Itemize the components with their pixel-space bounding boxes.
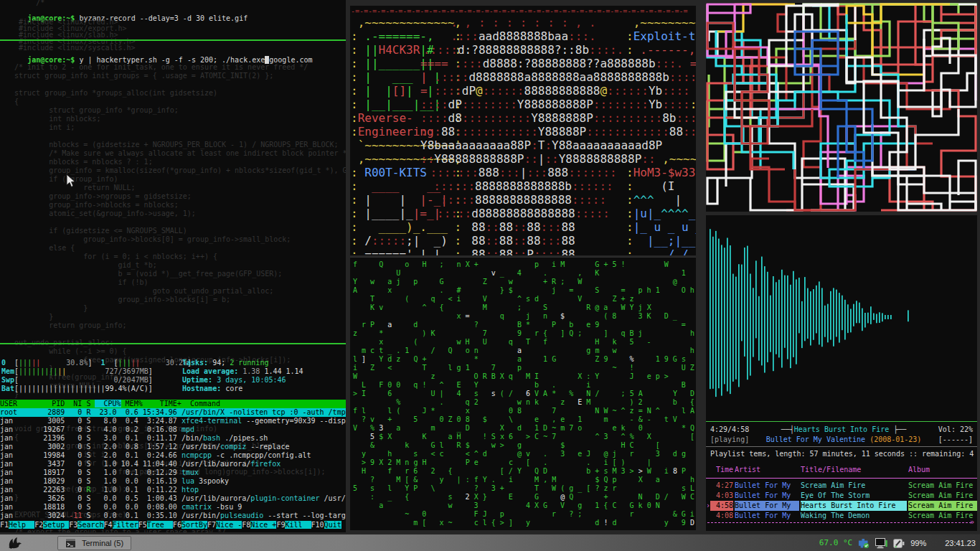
background-code-includes: #include <linux/cred.h> #include <linux/… [1, 19, 136, 51]
playlist-row[interactable]: 4:58Bullet For MyHearts Burst Into FireS… [706, 501, 977, 511]
taskbar[interactable]: Terminal (5) 67.0 °C 99% 23:41.23 [0, 534, 980, 551]
now-playing-title: Hearts Burst Into Fire [781, 425, 907, 433]
audio-visualizer [706, 215, 977, 420]
music-player-window[interactable]: 4:29/4:58 Hearts Burst Into Fire Vol: 22… [706, 215, 977, 531]
system-tray: 67.0 °C 99% 23:41.23 [819, 534, 980, 551]
cmatrix-window[interactable]: f Q o H ; n X + p i M G + 5 ! W U v _ 4 … [350, 257, 696, 530]
album-date: (2008-01-23) [870, 435, 921, 443]
battery-icon[interactable] [893, 538, 905, 549]
process-row[interactable]: jan 18029 0 S 1.0 0.0 0:16.19 lua 3spook… [0, 477, 346, 486]
process-row[interactable]: jan 3437 0 S 1.0 10.4 11:04.40 /usr/lib/… [0, 460, 346, 468]
process-row[interactable]: jan 3005 0 S 8.0 0.4 3:24.87 xfce4-termi… [0, 417, 346, 425]
player-divider [706, 446, 977, 447]
visualizer-divider [706, 421, 977, 422]
terminal-icon [65, 538, 76, 548]
desktop: /* jan@core:~$ byzanz-record --delay=3 -… [0, 0, 980, 551]
mouse-cursor [66, 174, 76, 188]
playlist-current-marker: › [706, 501, 710, 511]
htop-function-bar[interactable]: F1Help F2Setup F3SearchF4FilterF5Tree F6… [0, 521, 346, 529]
taskbar-window-button[interactable]: Terminal (5) [57, 536, 131, 550]
playlist-row[interactable]: 4:27Bullet For MyScream Aim FireScream A… [706, 481, 977, 491]
htop-table-header[interactable]: USER PID NI S CPU% MEM% TIME+ Command [0, 400, 346, 408]
process-row[interactable]: jan 18917 0 S 1.0 0.1 0:12.29 tmux [0, 468, 346, 477]
htop-meters: 0 [||||| 30.8%] 1 [||||| 30.2%]Mem[|||||… [1, 359, 192, 393]
track-elapsed-time: 4:29/4:58 [710, 425, 749, 435]
tmux-pane-divider [0, 39, 346, 41]
playlist-row[interactable]: 4:03Bullet For MyEye Of The StormScream … [706, 491, 977, 501]
claw-icon[interactable] [7, 537, 23, 550]
art-border: -=-=-=-=-=-=-=-=-=-=-=-=-=-=-=-=-=-=-=-=… [351, 7, 696, 16]
player-state: [playing] [710, 435, 749, 445]
terminal-window-left[interactable]: /* jan@core:~$ byzanz-record --delay=3 -… [0, 0, 346, 532]
playlist-overflow-marker: » [970, 517, 974, 527]
playlist[interactable]: 4:27Bullet For MyScream Aim FireScream A… [706, 481, 977, 521]
htop-process-table[interactable]: root 2889 0 R 23.0 0.6 15:34.96 /usr/bin… [0, 408, 346, 520]
playlist-header[interactable]: Time Artist Title/Filename Album [706, 465, 977, 475]
process-row[interactable]: jan 18818 0 S 0.0 0.0 0:08.00 cmatrix -b… [0, 503, 346, 512]
pipes-window[interactable] [706, 3, 977, 212]
process-row[interactable]: jan 3002 0 S 2.0 0.8 1:57.12 /usr/bin/co… [0, 443, 346, 451]
process-row[interactable]: jan 22263 0 R 1.0 0.1 0:11.22 htop [0, 486, 346, 494]
taskbar-window-label: Terminal (5) [82, 534, 123, 551]
process-row[interactable]: jan 19984 0 S 2.0 0.1 0:24.66 ncmpcpp -c… [0, 451, 346, 460]
matrix-rain: f Q o H ; n X + p i M G + 5 ! W U v _ 4 … [350, 258, 696, 527]
now-playing-line-2: [playing] Bullet For My Valentine (2008-… [706, 435, 977, 445]
volume-label[interactable]: Vol: 22% [938, 425, 973, 435]
updates-icon[interactable] [858, 538, 870, 549]
tmux-pane-divider-2 [0, 343, 346, 344]
htop-info: Tasks: 94; 2 runningLoad average: 1.38 1… [182, 359, 303, 393]
process-row[interactable]: jan 19267 0 S 4.0 0.2 0:16.08 mpd [0, 425, 346, 434]
playlist-status: Playlist tems, length: 57 minutes, 11 se… [706, 449, 977, 459]
process-row[interactable]: jan 3626 0 S 0.0 0.5 1:00.43 /usr/lib/au… [0, 494, 346, 503]
clock[interactable]: 23:41.23 [945, 534, 976, 551]
now-playing-line: 4:29/4:58 Hearts Burst Into Fire Vol: 22… [706, 425, 977, 435]
process-row[interactable]: root 2889 0 R 23.0 0.6 15:34.96 /usr/bin… [0, 408, 346, 417]
battery-percent: 99% [910, 534, 926, 551]
pipes-screensaver [706, 3, 977, 212]
temperature-readout[interactable]: 67.0 °C [819, 534, 852, 551]
now-playing-artist: Bullet For My Valentine [766, 435, 870, 443]
volume-bar[interactable]: [------] [938, 435, 973, 445]
playlist-row[interactable]: 4:08Bullet For MyWaking The DemonScream … [706, 511, 977, 521]
ascii-art-window[interactable]: -=-=-=-=-=-=-=-=-=-=-=-=-=-=-=-=-=-=-=-=… [350, 6, 696, 255]
playlist-header-divider [706, 478, 977, 479]
playlist-bottom-divider: » [707, 522, 971, 523]
hacker-ascii-art: -=-=-=-=-=-=-=-=-=-=-=-=-=-=-=-=-=-=-=-=… [350, 6, 696, 255]
process-row[interactable]: jan 3024 -11 S 0.0 0.1 0:35.10 /usr/bin/… [0, 512, 346, 520]
display-icon[interactable] [875, 538, 887, 549]
process-row[interactable]: jan 21396 0 S 3.0 0.1 0:11.17 /bin/bash … [0, 434, 346, 443]
